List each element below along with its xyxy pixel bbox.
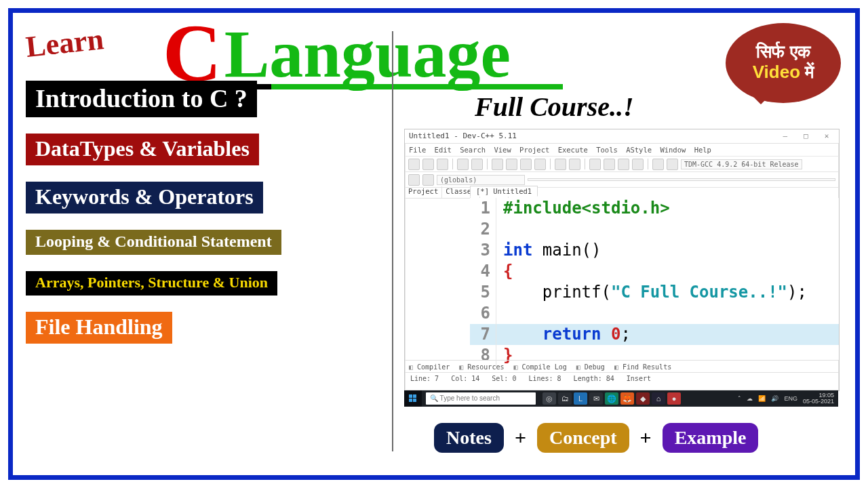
tab-find[interactable]: Find Results bbox=[614, 363, 671, 371]
toolbar-icon[interactable] bbox=[569, 159, 580, 170]
ide-sidebar: Project Classes Debug bbox=[405, 186, 471, 361]
toolbar-icon[interactable] bbox=[604, 159, 615, 170]
status-col: Col: 14 bbox=[451, 375, 479, 382]
clock-date: 05-05-2021 bbox=[803, 399, 834, 405]
tab-resources[interactable]: Resources bbox=[459, 363, 504, 371]
code-line: #include<stdio.h> bbox=[496, 198, 670, 219]
tray-icon[interactable]: ˄ bbox=[738, 395, 741, 402]
toolbar-icon[interactable] bbox=[520, 159, 532, 170]
line-number: 2 bbox=[470, 219, 496, 240]
toolbar-icon[interactable] bbox=[667, 159, 678, 170]
search-placeholder: Type here to search bbox=[440, 394, 500, 402]
tab-compiler[interactable]: Compiler bbox=[409, 363, 450, 371]
task-icon[interactable]: ✉ bbox=[589, 392, 603, 405]
toolbar-icon[interactable] bbox=[632, 159, 644, 170]
pill-notes: Notes bbox=[434, 423, 504, 453]
side-tab-project[interactable]: Project bbox=[405, 186, 442, 198]
code-line: { bbox=[503, 262, 513, 281]
ide-toolbar-1: TDM-GCC 4.9.2 64-bit Release bbox=[405, 157, 839, 172]
ide-bottom-tabs: Compiler Resources Compile Log Debug Fin… bbox=[405, 360, 839, 373]
vertical-divider bbox=[392, 31, 393, 451]
taskbar-search[interactable]: 🔍 Type here to search bbox=[426, 392, 536, 405]
ide-menubar[interactable]: File Edit Search View Project Execute To… bbox=[405, 144, 839, 157]
ide-window: Untitled1 - Dev-C++ 5.11 — □ ✕ File Edit… bbox=[404, 129, 840, 391]
task-icon[interactable]: ◎ bbox=[542, 392, 556, 405]
symbol-select[interactable] bbox=[528, 178, 835, 181]
status-mode: Insert bbox=[627, 375, 651, 382]
ide-statusbar: Line: 7 Col: 14 Sel: 0 Lines: 8 Length: … bbox=[405, 372, 839, 384]
speech-bubble: सिर्फ एक Video में bbox=[726, 23, 841, 103]
toolbar-icon[interactable] bbox=[457, 159, 469, 170]
tab-debug[interactable]: Debug bbox=[576, 363, 605, 371]
bottom-pills: Notes + Concept + Example bbox=[434, 423, 758, 453]
toolbar-icon[interactable] bbox=[408, 174, 420, 186]
windows-icon bbox=[409, 394, 417, 403]
svg-rect-0 bbox=[409, 394, 412, 398]
toolbar-icon[interactable] bbox=[422, 159, 434, 170]
learn-label: Learn bbox=[24, 22, 106, 64]
close-icon[interactable]: ✕ bbox=[818, 129, 835, 143]
plus-icon: + bbox=[515, 426, 526, 449]
minimize-icon[interactable]: — bbox=[777, 129, 793, 143]
left-column: Learn Introduction to C ? DataTypes & Va… bbox=[26, 26, 378, 344]
toolbar-icon[interactable] bbox=[437, 159, 448, 170]
tray-lang[interactable]: ENG bbox=[784, 395, 797, 402]
toolbar-icon[interactable] bbox=[534, 159, 546, 170]
status-sel: Sel: 0 bbox=[492, 375, 516, 382]
pill-example: Example bbox=[663, 423, 759, 453]
toolbar-icon[interactable] bbox=[408, 159, 420, 170]
task-icon[interactable]: 🗂 bbox=[558, 392, 572, 405]
toolbar-icon[interactable] bbox=[506, 159, 517, 170]
task-icon[interactable]: 🦊 bbox=[620, 392, 634, 405]
system-tray: ˄ ☁ 📶 🔊 ENG 19:05 05-05-2021 bbox=[738, 392, 838, 405]
ide-window-title: Untitled1 - Dev-C++ 5.11 bbox=[409, 129, 517, 143]
line-number: 3 bbox=[470, 240, 496, 261]
pill-concept: Concept bbox=[537, 423, 629, 453]
toolbar-icon[interactable] bbox=[652, 159, 664, 170]
topic-looping: Looping & Conditional Statement bbox=[26, 230, 281, 255]
topic-file: File Handling bbox=[26, 312, 172, 344]
toolbar-icon[interactable] bbox=[618, 159, 629, 170]
code-editor[interactable]: 1 #include<stdio.h> 2 3 int main() 4 { 5… bbox=[470, 198, 839, 361]
line-number: 6 bbox=[470, 303, 496, 324]
code-line: int main() bbox=[496, 240, 601, 261]
task-icon[interactable]: L bbox=[574, 392, 587, 405]
tray-clock[interactable]: 19:05 05-05-2021 bbox=[803, 392, 834, 405]
status-lines: Lines: 8 bbox=[528, 375, 561, 382]
toolbar-icon[interactable] bbox=[422, 174, 434, 186]
task-icon[interactable]: ⌂ bbox=[652, 392, 665, 405]
topic-datatypes: DataTypes & Variables bbox=[26, 134, 259, 165]
toolbar-icon[interactable] bbox=[555, 159, 566, 170]
status-line: Line: 7 bbox=[410, 375, 439, 382]
compiler-select[interactable]: TDM-GCC 4.9.2 64-bit Release bbox=[681, 159, 802, 169]
file-tab[interactable]: [*] Untitled1 bbox=[470, 186, 538, 197]
task-icon[interactable]: ◆ bbox=[636, 392, 650, 405]
topic-keywords: Keywords & Operators bbox=[26, 182, 263, 214]
svg-rect-1 bbox=[413, 394, 416, 398]
globals-select[interactable]: (globals) bbox=[437, 175, 525, 185]
task-icon[interactable]: 🌐 bbox=[605, 392, 618, 405]
editor-tabs: [*] Untitled1 bbox=[470, 186, 839, 199]
window-controls: — □ ✕ bbox=[777, 129, 835, 143]
code-line: return 0; bbox=[496, 324, 631, 345]
plus-icon: + bbox=[640, 426, 652, 449]
toolbar-icon[interactable] bbox=[589, 159, 601, 170]
svg-rect-2 bbox=[409, 399, 412, 402]
windows-taskbar: 🔍 Type here to search ◎ 🗂 L ✉ 🌐 🦊 ◆ ⌂ ● … bbox=[404, 390, 838, 407]
toolbar-icon[interactable] bbox=[471, 159, 483, 170]
svg-rect-3 bbox=[413, 399, 416, 402]
maximize-icon[interactable]: □ bbox=[797, 129, 814, 143]
status-length: Length: 84 bbox=[574, 375, 614, 382]
tray-icon[interactable]: ☁ bbox=[747, 395, 753, 402]
line-number: 7 bbox=[470, 324, 496, 345]
wifi-icon[interactable]: 📶 bbox=[758, 395, 766, 402]
task-icon[interactable]: ● bbox=[667, 392, 681, 405]
toolbar-icon[interactable] bbox=[492, 159, 503, 170]
start-button[interactable] bbox=[404, 390, 422, 407]
line-number: 4 bbox=[470, 261, 496, 282]
topic-intro: Introduction to C ? bbox=[26, 81, 257, 117]
ide-titlebar: Untitled1 - Dev-C++ 5.11 — □ ✕ bbox=[405, 129, 839, 144]
tab-compilelog[interactable]: Compile Log bbox=[513, 363, 566, 371]
bubble-line1: सिर्फ एक bbox=[756, 41, 810, 62]
volume-icon[interactable]: 🔊 bbox=[771, 395, 778, 402]
